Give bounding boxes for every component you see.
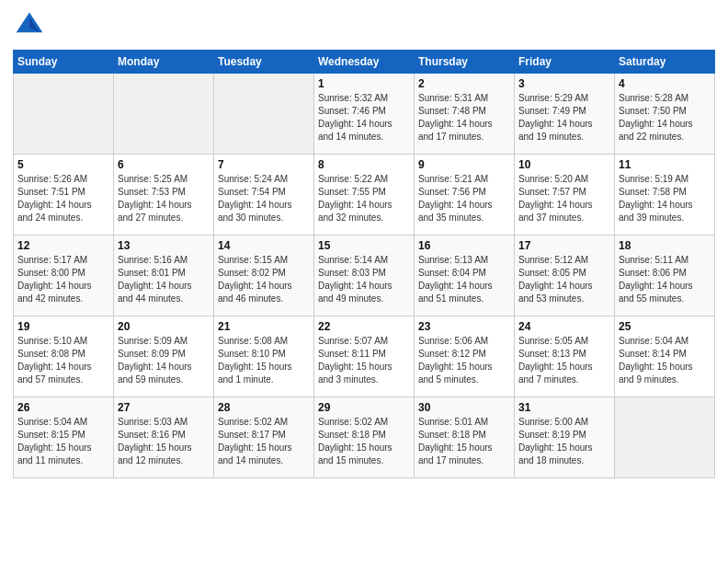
calendar-cell: 13Sunrise: 5:16 AM Sunset: 8:01 PM Dayli… [114, 236, 214, 316]
calendar-week-4: 19Sunrise: 5:10 AM Sunset: 8:08 PM Dayli… [14, 316, 715, 397]
day-number: 7 [218, 158, 310, 171]
day-number: 4 [619, 77, 711, 90]
day-number: 18 [619, 239, 711, 252]
day-number: 3 [518, 77, 610, 90]
calendar-cell: 22Sunrise: 5:07 AM Sunset: 8:11 PM Dayli… [314, 316, 415, 397]
calendar-cell: 20Sunrise: 5:09 AM Sunset: 8:09 PM Dayli… [114, 316, 214, 397]
logo [13, 9, 48, 42]
day-info: Sunrise: 5:04 AM Sunset: 8:14 PM Dayligh… [619, 335, 711, 386]
calendar-cell: 6Sunrise: 5:25 AM Sunset: 7:53 PM Daylig… [114, 155, 214, 236]
weekday-header-monday: Monday [114, 51, 214, 74]
day-info: Sunrise: 5:02 AM Sunset: 8:17 PM Dayligh… [218, 416, 310, 467]
calendar-cell: 8Sunrise: 5:22 AM Sunset: 7:55 PM Daylig… [314, 155, 415, 236]
calendar: SundayMondayTuesdayWednesdayThursdayFrid… [13, 50, 715, 478]
day-number: 29 [318, 401, 410, 414]
day-number: 17 [518, 239, 610, 252]
weekday-header-thursday: Thursday [415, 51, 515, 74]
day-info: Sunrise: 5:05 AM Sunset: 8:13 PM Dayligh… [518, 335, 610, 386]
calendar-cell: 21Sunrise: 5:08 AM Sunset: 8:10 PM Dayli… [214, 316, 314, 397]
logo-icon [13, 9, 46, 42]
day-number: 2 [418, 77, 510, 90]
day-info: Sunrise: 5:13 AM Sunset: 8:04 PM Dayligh… [418, 254, 510, 305]
day-info: Sunrise: 5:32 AM Sunset: 7:46 PM Dayligh… [318, 92, 410, 144]
calendar-cell [214, 74, 314, 155]
day-number: 10 [518, 158, 610, 171]
weekday-header-tuesday: Tuesday [214, 51, 314, 74]
weekday-row: SundayMondayTuesdayWednesdayThursdayFrid… [14, 51, 715, 74]
calendar-week-3: 12Sunrise: 5:17 AM Sunset: 8:00 PM Dayli… [14, 236, 715, 316]
weekday-header-wednesday: Wednesday [314, 51, 415, 74]
day-info: Sunrise: 5:25 AM Sunset: 7:53 PM Dayligh… [118, 173, 210, 224]
day-number: 14 [218, 239, 310, 252]
calendar-cell: 12Sunrise: 5:17 AM Sunset: 8:00 PM Dayli… [14, 236, 114, 316]
weekday-header-sunday: Sunday [14, 51, 114, 74]
calendar-cell: 16Sunrise: 5:13 AM Sunset: 8:04 PM Dayli… [415, 236, 515, 316]
calendar-cell: 27Sunrise: 5:03 AM Sunset: 8:16 PM Dayli… [114, 397, 214, 478]
day-info: Sunrise: 5:12 AM Sunset: 8:05 PM Dayligh… [518, 254, 610, 305]
calendar-cell [615, 397, 715, 478]
day-number: 11 [619, 158, 711, 171]
day-info: Sunrise: 5:28 AM Sunset: 7:50 PM Dayligh… [619, 92, 711, 144]
calendar-cell: 15Sunrise: 5:14 AM Sunset: 8:03 PM Dayli… [314, 236, 415, 316]
calendar-cell [14, 74, 114, 155]
day-number: 23 [418, 320, 510, 333]
day-info: Sunrise: 5:14 AM Sunset: 8:03 PM Dayligh… [318, 254, 410, 305]
day-info: Sunrise: 5:04 AM Sunset: 8:15 PM Dayligh… [17, 416, 109, 467]
day-info: Sunrise: 5:02 AM Sunset: 8:18 PM Dayligh… [318, 416, 410, 467]
day-info: Sunrise: 5:08 AM Sunset: 8:10 PM Dayligh… [218, 335, 310, 386]
calendar-cell: 11Sunrise: 5:19 AM Sunset: 7:58 PM Dayli… [615, 155, 715, 236]
day-number: 8 [318, 158, 410, 171]
day-number: 30 [418, 401, 510, 414]
calendar-cell: 3Sunrise: 5:29 AM Sunset: 7:49 PM Daylig… [515, 74, 615, 155]
calendar-week-1: 1Sunrise: 5:32 AM Sunset: 7:46 PM Daylig… [14, 74, 715, 155]
day-number: 22 [318, 320, 410, 333]
day-number: 19 [17, 320, 109, 333]
day-info: Sunrise: 5:07 AM Sunset: 8:11 PM Dayligh… [318, 335, 410, 386]
calendar-cell: 31Sunrise: 5:00 AM Sunset: 8:19 PM Dayli… [515, 397, 615, 478]
calendar-cell: 10Sunrise: 5:20 AM Sunset: 7:57 PM Dayli… [515, 155, 615, 236]
day-number: 5 [17, 158, 109, 171]
day-number: 6 [118, 158, 210, 171]
day-number: 21 [218, 320, 310, 333]
day-number: 9 [418, 158, 510, 171]
day-number: 27 [118, 401, 210, 414]
calendar-cell: 28Sunrise: 5:02 AM Sunset: 8:17 PM Dayli… [214, 397, 314, 478]
day-info: Sunrise: 5:06 AM Sunset: 8:12 PM Dayligh… [418, 335, 510, 386]
weekday-header-friday: Friday [515, 51, 615, 74]
day-number: 13 [118, 239, 210, 252]
day-info: Sunrise: 5:16 AM Sunset: 8:01 PM Dayligh… [118, 254, 210, 305]
day-number: 24 [518, 320, 610, 333]
calendar-header: SundayMondayTuesdayWednesdayThursdayFrid… [14, 51, 715, 74]
day-info: Sunrise: 5:24 AM Sunset: 7:54 PM Dayligh… [218, 173, 310, 224]
weekday-header-saturday: Saturday [615, 51, 715, 74]
day-number: 26 [17, 401, 109, 414]
day-info: Sunrise: 5:00 AM Sunset: 8:19 PM Dayligh… [518, 416, 610, 467]
day-info: Sunrise: 5:31 AM Sunset: 7:48 PM Dayligh… [418, 92, 510, 144]
day-info: Sunrise: 5:21 AM Sunset: 7:56 PM Dayligh… [418, 173, 510, 224]
calendar-cell [114, 74, 214, 155]
header [13, 9, 715, 42]
calendar-cell: 4Sunrise: 5:28 AM Sunset: 7:50 PM Daylig… [615, 74, 715, 155]
calendar-body: 1Sunrise: 5:32 AM Sunset: 7:46 PM Daylig… [14, 74, 715, 478]
calendar-cell: 1Sunrise: 5:32 AM Sunset: 7:46 PM Daylig… [314, 74, 415, 155]
day-info: Sunrise: 5:01 AM Sunset: 8:18 PM Dayligh… [418, 416, 510, 467]
day-info: Sunrise: 5:15 AM Sunset: 8:02 PM Dayligh… [218, 254, 310, 305]
day-info: Sunrise: 5:20 AM Sunset: 7:57 PM Dayligh… [518, 173, 610, 224]
calendar-cell: 18Sunrise: 5:11 AM Sunset: 8:06 PM Dayli… [615, 236, 715, 316]
day-number: 25 [619, 320, 711, 333]
day-number: 16 [418, 239, 510, 252]
day-info: Sunrise: 5:29 AM Sunset: 7:49 PM Dayligh… [518, 92, 610, 144]
calendar-cell: 29Sunrise: 5:02 AM Sunset: 8:18 PM Dayli… [314, 397, 415, 478]
calendar-cell: 23Sunrise: 5:06 AM Sunset: 8:12 PM Dayli… [415, 316, 515, 397]
day-info: Sunrise: 5:17 AM Sunset: 8:00 PM Dayligh… [17, 254, 109, 305]
calendar-cell: 26Sunrise: 5:04 AM Sunset: 8:15 PM Dayli… [14, 397, 114, 478]
calendar-cell: 14Sunrise: 5:15 AM Sunset: 8:02 PM Dayli… [214, 236, 314, 316]
calendar-cell: 25Sunrise: 5:04 AM Sunset: 8:14 PM Dayli… [615, 316, 715, 397]
day-number: 12 [17, 239, 109, 252]
calendar-cell: 17Sunrise: 5:12 AM Sunset: 8:05 PM Dayli… [515, 236, 615, 316]
day-number: 28 [218, 401, 310, 414]
day-info: Sunrise: 5:09 AM Sunset: 8:09 PM Dayligh… [118, 335, 210, 386]
day-info: Sunrise: 5:03 AM Sunset: 8:16 PM Dayligh… [118, 416, 210, 467]
day-number: 20 [118, 320, 210, 333]
day-info: Sunrise: 5:11 AM Sunset: 8:06 PM Dayligh… [619, 254, 711, 305]
